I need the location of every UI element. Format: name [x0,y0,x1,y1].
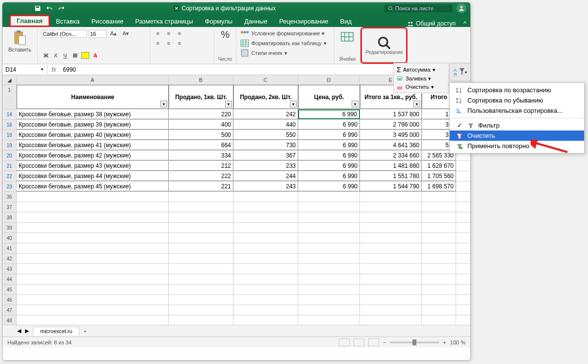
menu-custom-sort[interactable]: Пользовательская сортировка... [450,105,584,116]
underline-button[interactable]: Ч [61,51,69,60]
menu-sort-desc[interactable]: ЯАСортировка по убыванию [450,95,584,105]
empty-cell[interactable] [360,315,422,325]
tab-insert[interactable]: Вставка [50,16,85,27]
empty-cell[interactable] [169,243,233,253]
empty-cell[interactable] [233,285,298,294]
data-cell[interactable]: Кроссовки беговые, размер 40 (мужские) [17,130,169,140]
filter-icon[interactable]: ▾ [290,101,297,107]
clear-button[interactable]: Очистить ▾ [396,83,446,91]
data-cell[interactable]: 6 990 [298,182,360,191]
data-cell[interactable]: 1 551 780 [360,171,422,181]
row-header[interactable]: 21 [2,161,17,171]
empty-cell[interactable] [360,212,422,222]
data-cell[interactable]: 334 [169,151,233,160]
empty-cell[interactable] [422,202,456,212]
collapse-ribbon-icon[interactable]: ^ [460,20,470,27]
empty-cell[interactable] [422,274,456,284]
data-cell[interactable]: 1 698 570 [422,182,456,191]
data-cell[interactable]: 367 [233,151,298,160]
sheet-tab[interactable]: microexcel.ru [33,327,79,335]
data-cell[interactable]: 4 641 360 [360,140,422,150]
empty-cell[interactable] [169,315,233,325]
window-controls[interactable] [6,6,28,11]
row-header[interactable]: 1 [2,85,17,109]
empty-cell[interactable] [17,202,169,212]
data-cell[interactable]: Кроссовки беговые, размер 42 (мужские) [17,151,169,160]
data-cell[interactable]: Кроссовки беговые, размер 39 (мужские) [17,120,169,130]
empty-cell[interactable] [298,254,360,263]
empty-cell[interactable] [298,305,360,315]
data-cell[interactable]: 1 537 800 [360,109,422,119]
share-button[interactable]: Общий доступ [407,20,456,27]
empty-cell[interactable] [17,315,169,325]
data-cell[interactable]: 243 [233,182,298,191]
empty-cell[interactable] [17,243,169,253]
add-sheet-button[interactable]: + [79,327,90,335]
empty-cell[interactable] [422,223,456,233]
row-header[interactable]: 43 [2,264,17,274]
filter-icon[interactable]: ▾ [225,101,232,107]
data-cell[interactable]: 6 990 [298,120,360,130]
empty-cell[interactable] [169,295,233,305]
empty-cell[interactable] [298,192,360,202]
data-cell[interactable]: 221 [169,182,233,191]
empty-cell[interactable] [17,254,169,263]
row-header[interactable]: 14 [2,109,17,119]
row-header[interactable]: 48 [2,315,17,325]
empty-cell[interactable] [233,192,298,202]
view-pagebreak-icon[interactable] [368,338,379,346]
row-header[interactable]: 39 [2,223,17,233]
empty-cell[interactable] [17,212,169,222]
header-cell[interactable]: Продано, 1кв. Шт.▾ [169,85,233,109]
data-cell[interactable]: 220 [169,109,233,119]
empty-cell[interactable] [298,315,360,325]
empty-cell[interactable] [422,192,456,202]
empty-cell[interactable] [233,315,298,325]
empty-cell[interactable] [298,212,360,222]
empty-cell[interactable] [169,285,233,294]
data-cell[interactable]: 730 [233,140,298,150]
font-name-select[interactable] [42,30,87,38]
empty-cell[interactable] [360,254,422,263]
conditional-formatting-button[interactable]: Условное форматирование ▾ [240,29,330,38]
autosum-button[interactable]: ΣАвтосумма ▾ [396,65,446,74]
data-cell[interactable]: 1 628 670 [422,161,456,171]
data-cell[interactable]: 1 544 790 [360,182,422,191]
cells-button[interactable] [338,29,356,45]
row-header[interactable]: 16 [2,120,17,130]
col-header-d[interactable]: D [298,75,360,84]
row-header[interactable]: 47 [2,305,17,315]
align-bottom-icon[interactable]: ≡ [176,29,186,38]
empty-cell[interactable] [169,233,233,243]
data-cell[interactable]: 6 990 [298,130,360,140]
data-cell[interactable]: 440 [233,120,298,130]
col-header-a[interactable]: A [17,75,169,84]
filter-icon[interactable]: ▾ [160,101,167,107]
empty-cell[interactable] [422,315,456,325]
empty-cell[interactable] [17,305,169,315]
data-cell[interactable]: Кроссовки беговые, размер 41 (мужские) [17,140,169,150]
data-cell[interactable]: 6 990 [298,140,360,150]
zoom-out-button[interactable]: − [383,339,386,345]
bold-button[interactable]: Ж [42,51,51,60]
font-color-button[interactable]: А [91,51,99,60]
empty-cell[interactable] [169,305,233,315]
data-cell[interactable]: 1 481 880 [360,161,422,171]
empty-cell[interactable] [233,243,298,253]
redo-icon[interactable] [58,5,65,12]
data-cell[interactable]: 222 [169,171,233,181]
font-size-select[interactable] [89,30,106,38]
sheet-nav-next-icon[interactable]: ▶ [25,328,29,334]
empty-cell[interactable] [233,264,298,274]
filter-icon[interactable]: ▾ [413,101,420,107]
data-cell[interactable]: Кроссовки беговые, размер 45 (мужские) [17,182,169,191]
empty-cell[interactable] [360,305,422,315]
row-header[interactable]: 18 [2,130,17,140]
empty-cell[interactable] [422,285,456,294]
tab-home[interactable]: Главная [9,15,50,27]
row-header[interactable]: 41 [2,243,17,253]
sort-filter-button[interactable]: АЯ▾ [449,63,471,81]
data-cell[interactable]: Кроссовки беговые, размер 38 (мужские) [17,109,169,119]
row-header[interactable]: 45 [2,285,17,294]
user-avatar[interactable] [457,3,466,13]
